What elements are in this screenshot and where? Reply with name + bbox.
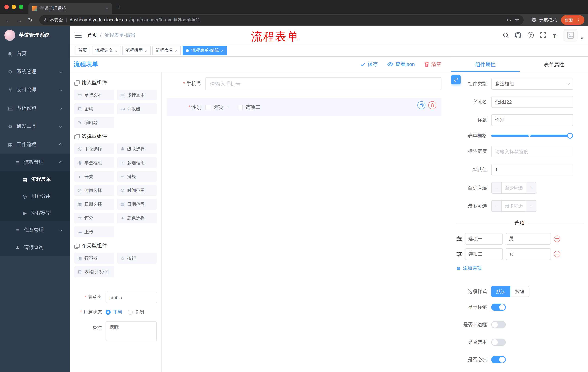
tag-process-model[interactable]: 流程模型 × bbox=[122, 46, 151, 55]
palette-item-upload[interactable]: ☁上传 bbox=[74, 226, 114, 237]
palette-item-single-text[interactable]: ▭单行文本 bbox=[74, 90, 114, 100]
avatar[interactable] bbox=[564, 29, 577, 41]
data-binding-button[interactable] bbox=[451, 75, 461, 85]
option-name-input[interactable] bbox=[465, 248, 503, 260]
remove-option-icon[interactable] bbox=[554, 235, 560, 242]
password-key-icon[interactable] bbox=[507, 17, 513, 23]
tab-form-props[interactable]: 表单属性 bbox=[520, 57, 588, 72]
browser-menu-icon[interactable]: ⋮ bbox=[576, 17, 581, 23]
style-default-button[interactable]: 默认 bbox=[491, 286, 511, 297]
sidebar-item-process-model[interactable]: ▶ 流程模型 bbox=[0, 205, 70, 221]
close-icon[interactable]: × bbox=[221, 48, 223, 53]
palette-item-date-range[interactable]: ▩日期范围 bbox=[117, 199, 157, 210]
option-value-input[interactable] bbox=[506, 248, 551, 260]
sidebar-item-process-form[interactable]: ▤ 流程表单 bbox=[0, 171, 70, 188]
close-window-button[interactable] bbox=[4, 5, 9, 9]
bookmark-star-icon[interactable]: ☆ bbox=[515, 17, 519, 23]
gender-option-1[interactable]: 选项一 bbox=[205, 104, 228, 111]
decrease-button[interactable]: − bbox=[492, 201, 502, 212]
remove-option-icon[interactable] bbox=[554, 251, 560, 257]
default-value-input[interactable] bbox=[491, 164, 573, 175]
status-on-radio[interactable]: 开启 bbox=[105, 309, 122, 316]
github-icon[interactable] bbox=[515, 32, 522, 39]
palette-item-table-dev[interactable]: ⊞表格[开发中] bbox=[74, 266, 114, 277]
palette-item-password[interactable]: ⊡密码 bbox=[74, 103, 114, 114]
palette-item-radio-group[interactable]: ◉单选框组 bbox=[74, 157, 114, 168]
gender-option-2[interactable]: 选项二 bbox=[238, 104, 261, 111]
form-remark-textarea[interactable]: 嘿嘿 bbox=[105, 321, 157, 341]
add-option-button[interactable]: ⊕ 添加选项 bbox=[456, 265, 583, 272]
min-select-input[interactable] bbox=[502, 182, 526, 193]
style-button-button[interactable]: 按钮 bbox=[511, 286, 529, 297]
tag-home[interactable]: 首页 bbox=[75, 46, 90, 55]
save-button[interactable]: 保存 bbox=[360, 61, 378, 67]
slider-handle[interactable] bbox=[567, 133, 573, 139]
drag-options-icon[interactable] bbox=[456, 236, 462, 242]
avatar-caret-icon[interactable]: ▾ bbox=[581, 36, 583, 41]
help-icon[interactable]: ? bbox=[527, 32, 534, 39]
sidebar-item-home[interactable]: ◉ 首页 bbox=[0, 44, 70, 63]
tag-process-form-edit[interactable]: 流程表单-编辑 × bbox=[183, 46, 227, 55]
view-json-button[interactable]: 查看json bbox=[387, 61, 415, 67]
browser-tab[interactable]: 芋道管理系统 × bbox=[28, 3, 112, 14]
palette-item-checkbox-group[interactable]: ☑多选框组 bbox=[117, 157, 157, 168]
disabled-toggle[interactable] bbox=[491, 339, 506, 346]
max-select-input[interactable] bbox=[502, 201, 526, 212]
sidebar-item-process-mgmt[interactable]: ≣ 流程管理 bbox=[0, 154, 70, 171]
palette-item-button[interactable]: ☝按钮 bbox=[117, 253, 157, 264]
title-input[interactable] bbox=[491, 114, 573, 126]
reload-icon[interactable]: ↻ bbox=[25, 15, 35, 25]
palette-item-rate[interactable]: ☆评分 bbox=[74, 213, 114, 223]
palette-item-select[interactable]: ◎下拉选择 bbox=[74, 143, 114, 154]
increase-button[interactable]: + bbox=[526, 201, 536, 212]
grid-slider[interactable] bbox=[491, 135, 570, 137]
new-tab-button[interactable]: + bbox=[117, 3, 121, 11]
palette-item-row-container[interactable]: ▥行容器 bbox=[74, 253, 114, 264]
sidebar-item-devtools[interactable]: ☸ 研发工具 bbox=[0, 117, 70, 135]
form-name-input[interactable] bbox=[105, 292, 157, 303]
search-icon[interactable] bbox=[502, 32, 510, 39]
sidebar-item-infra[interactable]: ▤ 基础设施 bbox=[0, 99, 70, 117]
border-toggle[interactable] bbox=[491, 321, 506, 328]
sidebar-item-system[interactable]: ⚙ 系统管理 bbox=[0, 63, 70, 81]
minimize-window-button[interactable] bbox=[12, 5, 16, 9]
clear-button[interactable]: 清空 bbox=[424, 61, 441, 67]
option-value-input[interactable] bbox=[506, 233, 551, 244]
tag-process-definition[interactable]: 流程定义 × bbox=[92, 46, 120, 55]
zoom-window-button[interactable] bbox=[19, 5, 23, 9]
font-size-icon[interactable]: TT bbox=[552, 32, 559, 39]
breadcrumb-home[interactable]: 首页 bbox=[87, 32, 97, 38]
sidebar-item-user-group[interactable]: ◎ 用户分组 bbox=[0, 188, 70, 205]
increase-button[interactable]: + bbox=[526, 182, 536, 193]
required-toggle[interactable] bbox=[491, 356, 506, 363]
option-name-input[interactable] bbox=[465, 233, 503, 244]
label-width-input[interactable] bbox=[491, 146, 573, 157]
show-label-toggle[interactable] bbox=[491, 304, 506, 311]
palette-item-date-picker[interactable]: ▦日期选择 bbox=[74, 199, 114, 210]
canvas-field-phone[interactable]: *手机号 bbox=[167, 77, 441, 90]
close-icon[interactable]: × bbox=[175, 48, 178, 53]
address-bar[interactable]: ⚠ 不安全 | dashboard.yudao.iocoder.cn /bpm/… bbox=[39, 15, 524, 25]
sidebar-item-leave-query[interactable]: ♟ 请假查询 bbox=[0, 239, 70, 256]
fullscreen-icon[interactable] bbox=[539, 32, 547, 39]
palette-item-time-range[interactable]: ◶时间范围 bbox=[117, 185, 157, 196]
back-icon[interactable]: ← bbox=[4, 15, 13, 25]
tag-process-form[interactable]: 流程表单 × bbox=[152, 46, 181, 55]
delete-component-button[interactable] bbox=[428, 101, 436, 109]
drag-options-icon[interactable] bbox=[456, 251, 462, 257]
palette-item-slider[interactable]: ⊸滑块 bbox=[117, 171, 157, 182]
status-off-radio[interactable]: 关闭 bbox=[128, 309, 144, 316]
tab-component-props[interactable]: 组件属性 bbox=[451, 57, 520, 72]
forward-icon[interactable]: → bbox=[15, 15, 24, 25]
sidebar-item-task-mgmt[interactable]: ≡ 任务管理 bbox=[0, 221, 70, 239]
component-type-select[interactable]: 多选框组 bbox=[491, 78, 573, 90]
phone-input[interactable] bbox=[205, 77, 441, 90]
field-name-input[interactable] bbox=[491, 96, 573, 108]
sidebar-item-workflow[interactable]: ▦ 工作流程 bbox=[0, 135, 70, 154]
sidebar-toggle-icon[interactable] bbox=[75, 32, 82, 38]
palette-item-counter[interactable]: 123计数器 bbox=[117, 103, 157, 114]
sidebar-item-payment[interactable]: ¥ 支付管理 bbox=[0, 81, 70, 99]
decrease-button[interactable]: − bbox=[492, 182, 502, 193]
palette-item-editor[interactable]: ✎编辑器 bbox=[74, 117, 114, 128]
close-icon[interactable]: × bbox=[115, 48, 117, 53]
